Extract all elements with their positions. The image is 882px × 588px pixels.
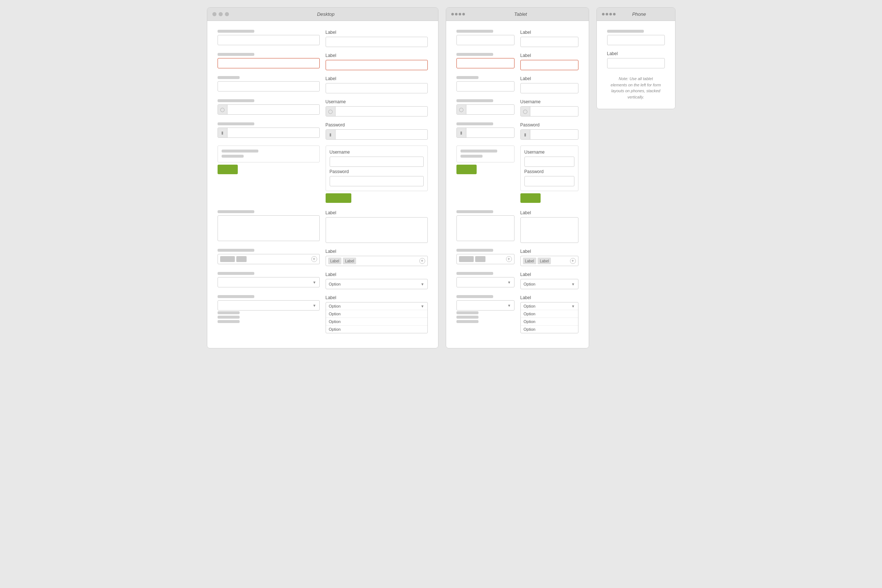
- tag-input-8a[interactable]: +: [218, 254, 320, 264]
- t-label-bar-6a1: [460, 150, 497, 153]
- t-submit-btn-right[interactable]: [520, 193, 541, 203]
- t-textarea-7a[interactable]: [456, 215, 514, 241]
- dropdown-option-2[interactable]: Option: [326, 318, 428, 326]
- tablet-col-8b: Label Label Label +: [520, 249, 579, 266]
- label-bar-9a: [218, 272, 254, 275]
- t-input-1a[interactable]: [456, 35, 514, 45]
- label-2b: Label: [326, 53, 428, 58]
- user-icon: ◯: [218, 105, 228, 114]
- label-3b: Label: [326, 76, 428, 81]
- desktop-col-8a: +: [218, 249, 320, 266]
- t-input-user-4a[interactable]: ◯: [456, 104, 514, 115]
- tag-2: [236, 256, 247, 262]
- t-select-10a[interactable]: ▼: [456, 300, 514, 310]
- add-tag-icon-2[interactable]: +: [419, 258, 425, 264]
- submit-button-right[interactable]: [326, 193, 351, 203]
- tablet-col-10a: ▼: [456, 295, 514, 333]
- desktop-col-4a: ◯: [218, 99, 320, 117]
- desktop-title: Desktop: [219, 11, 433, 17]
- t-dropdown-option-1[interactable]: Option: [521, 310, 578, 318]
- t-username-input[interactable]: [524, 156, 574, 167]
- password-input[interactable]: [330, 176, 424, 186]
- select-10a[interactable]: ▼: [218, 300, 320, 310]
- dot-red: [212, 12, 216, 16]
- t-input-3b[interactable]: [520, 83, 579, 93]
- login-group-left: [218, 146, 320, 162]
- input-1b[interactable]: [326, 37, 428, 47]
- input-2a-error[interactable]: [218, 58, 320, 68]
- t-username-row: Username: [524, 150, 574, 167]
- dropdown-option-3[interactable]: Option: [326, 326, 428, 333]
- label-bar: [218, 30, 254, 33]
- input-password-5b[interactable]: ▮: [326, 129, 428, 140]
- t-option-bar-2: [456, 316, 478, 319]
- textarea-7a[interactable]: [218, 215, 320, 241]
- input-1a[interactable]: [218, 35, 320, 45]
- desktop-row-6: Username Password: [218, 146, 428, 204]
- lock-icon: ▮: [218, 128, 228, 138]
- p-input-2[interactable]: [607, 58, 665, 68]
- t-label-bar-3a: [456, 76, 478, 79]
- dropdown-option-1[interactable]: Option: [326, 310, 428, 318]
- tablet-row-3: Label: [456, 76, 579, 93]
- label-bar-6a2: [222, 155, 244, 158]
- t-tag-input-8a[interactable]: +: [456, 254, 514, 264]
- t-label-5b: Password: [520, 122, 579, 128]
- t-input-2b-error[interactable]: [520, 60, 579, 70]
- t-input-pass-5a[interactable]: ▮: [456, 128, 514, 138]
- tag-input-8b[interactable]: Label Label +: [326, 256, 428, 266]
- username-input[interactable]: [330, 156, 424, 167]
- input-password-5a[interactable]: ▮: [218, 128, 320, 138]
- t-input-user-4b[interactable]: ◯: [520, 106, 579, 117]
- t-label-bar-5a: [456, 122, 493, 125]
- t-input-pass-5b[interactable]: ▮: [520, 129, 579, 140]
- t-dropdown-option-3[interactable]: Option: [521, 326, 578, 333]
- desktop-row-9: ▼ Label Option ▼: [218, 272, 428, 289]
- t-label-bar-7a: [456, 210, 493, 213]
- t-textarea-7b[interactable]: [520, 217, 579, 243]
- input-username-4a[interactable]: ◯: [218, 104, 320, 115]
- sig-dot-1: [451, 13, 454, 15]
- sig-dot-2: [455, 13, 458, 15]
- t-select-9b[interactable]: Option ▼: [520, 279, 579, 289]
- input-3b[interactable]: [326, 83, 428, 93]
- input-3a[interactable]: [218, 81, 320, 92]
- t-label-3b: Label: [520, 76, 579, 81]
- t-add-tag-icon[interactable]: +: [506, 256, 512, 262]
- input-2b-error[interactable]: [326, 60, 428, 70]
- t-dropdown-10b[interactable]: Option ▼ Option Option Option: [520, 302, 579, 333]
- tablet-row-5: ▮ Password ▮: [456, 122, 579, 140]
- phone-content: Label Note: Use all tablet elements on t…: [597, 21, 675, 109]
- label-tag-2: Label: [343, 258, 356, 264]
- t-add-tag-icon-2[interactable]: +: [570, 258, 576, 264]
- p-label-bar-1: [607, 30, 644, 33]
- p-input-1[interactable]: [607, 35, 665, 45]
- t-label-bar-2a: [456, 53, 493, 56]
- desktop-col-6b: Username Password: [326, 146, 428, 204]
- select-9b[interactable]: Option ▼: [326, 279, 428, 289]
- submit-button-left[interactable]: [218, 165, 238, 174]
- phone-row-2: Label: [607, 51, 665, 68]
- input-username-4b[interactable]: ◯: [326, 106, 428, 117]
- desktop-col-8b: Label Label Label +: [326, 249, 428, 266]
- desktop-content: Label Label Label: [207, 21, 438, 348]
- t-select-option-9b: Option: [524, 282, 572, 286]
- tablet-frame: Tablet Label Label: [446, 8, 589, 348]
- t-chevron-down-icon-2: ▼: [572, 282, 575, 286]
- t-input-2a-error[interactable]: [456, 58, 514, 68]
- t-password-input[interactable]: [524, 176, 574, 186]
- t-select-9a[interactable]: ▼: [456, 277, 514, 287]
- dropdown-10b[interactable]: Option ▼ Option Option Option: [326, 302, 428, 333]
- t-input-3a[interactable]: [456, 81, 514, 92]
- label-bar-2a: [218, 53, 254, 56]
- select-9a[interactable]: ▼: [218, 277, 320, 287]
- t-submit-btn-left[interactable]: [456, 165, 477, 174]
- t-input-1b[interactable]: [520, 37, 579, 47]
- tablet-col-2b: Label: [520, 53, 579, 70]
- t-tag-input-8b[interactable]: Label Label +: [520, 256, 579, 266]
- add-tag-icon[interactable]: +: [311, 256, 317, 262]
- label-7b: Label: [326, 210, 428, 215]
- textarea-7b[interactable]: [326, 217, 428, 243]
- label-bar-3a: [218, 76, 240, 79]
- t-dropdown-option-2[interactable]: Option: [521, 318, 578, 326]
